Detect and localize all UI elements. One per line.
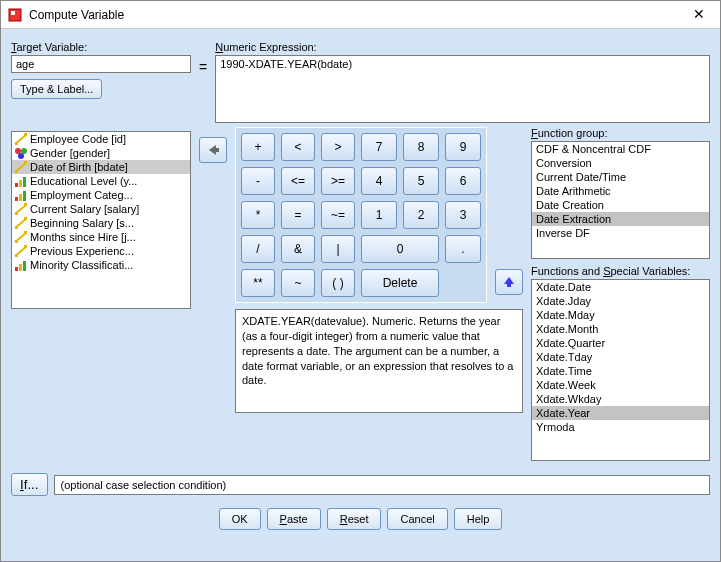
keypad-key-4[interactable]: 4 <box>361 167 397 195</box>
variable-type-icon <box>14 203 28 215</box>
variable-item[interactable]: Educational Level (y... <box>12 174 190 188</box>
function-description: XDATE.YEAR(datevalue). Numeric. Returns … <box>235 309 523 413</box>
function-item[interactable]: Xdate.Month <box>532 322 709 336</box>
svg-rect-16 <box>23 191 26 201</box>
keypad-key-9[interactable]: 9 <box>445 133 481 161</box>
function-group-item[interactable]: Conversion <box>532 156 709 170</box>
function-group-item[interactable]: Inverse DF <box>532 226 709 240</box>
variable-list[interactable]: Employee Code [id]Gender [gender]Date of… <box>11 131 191 309</box>
variable-type-icon <box>14 259 28 271</box>
keypad-key-delete[interactable]: Delete <box>361 269 439 297</box>
functions-list[interactable]: Xdate.DateXdate.JdayXdate.MdayXdate.Mont… <box>531 279 710 461</box>
keypad-key-[interactable]: = <box>281 201 315 229</box>
keypad-key-3[interactable]: 3 <box>445 201 481 229</box>
variable-type-icon <box>14 231 28 243</box>
variable-label: Educational Level (y... <box>30 175 137 187</box>
function-group-item[interactable]: Date Creation <box>532 198 709 212</box>
variable-label: Employment Categ... <box>30 189 133 201</box>
arrow-left-icon <box>206 144 220 156</box>
help-button[interactable]: Help <box>454 508 503 530</box>
function-item[interactable]: Xdate.Year <box>532 406 709 420</box>
keypad-key-2[interactable]: 2 <box>403 201 439 229</box>
svg-rect-3 <box>15 142 18 145</box>
variable-type-icon <box>14 161 28 173</box>
keypad-key-5[interactable]: 5 <box>403 167 439 195</box>
svg-rect-4 <box>24 133 27 136</box>
keypad-key-[interactable]: < <box>281 133 315 161</box>
svg-rect-30 <box>19 264 22 271</box>
svg-rect-18 <box>15 212 18 215</box>
variable-item[interactable]: Minority Classificati... <box>12 258 190 272</box>
variable-type-icon <box>14 217 28 229</box>
paste-button[interactable]: Paste <box>267 508 321 530</box>
variable-item[interactable]: Beginning Salary [s... <box>12 216 190 230</box>
variable-label: Gender [gender] <box>30 147 110 159</box>
function-group-label: Function group: <box>531 127 710 139</box>
type-and-label-button[interactable]: Type & Label... <box>11 79 102 99</box>
numeric-expression-label: Numeric Expression: <box>215 41 710 53</box>
keypad-key-7[interactable]: 7 <box>361 133 397 161</box>
variable-item[interactable]: Employment Categ... <box>12 188 190 202</box>
function-item[interactable]: Xdate.Jday <box>532 294 709 308</box>
svg-rect-24 <box>15 240 18 243</box>
variable-item[interactable]: Current Salary [salary] <box>12 202 190 216</box>
variable-item[interactable]: Months since Hire [j... <box>12 230 190 244</box>
variable-type-icon <box>14 133 28 145</box>
svg-rect-12 <box>19 180 22 187</box>
keypad-key-[interactable]: - <box>241 167 275 195</box>
variable-item[interactable]: Previous Experienc... <box>12 244 190 258</box>
function-item[interactable]: Xdate.Wkday <box>532 392 709 406</box>
function-item[interactable]: Yrmoda <box>532 420 709 434</box>
variable-item[interactable]: Date of Birth [bdate] <box>12 160 190 174</box>
svg-rect-28 <box>24 245 27 248</box>
svg-rect-33 <box>507 283 511 287</box>
keypad-key-[interactable]: / <box>241 235 275 263</box>
close-button[interactable]: ✕ <box>684 5 714 25</box>
variable-type-icon <box>14 189 28 201</box>
function-item[interactable]: Xdate.Quarter <box>532 336 709 350</box>
move-function-up-button[interactable] <box>495 269 523 295</box>
function-item[interactable]: Xdate.Mday <box>532 308 709 322</box>
ok-button[interactable]: OK <box>219 508 261 530</box>
keypad-key-[interactable]: & <box>281 235 315 263</box>
keypad-key-[interactable]: ~= <box>321 201 355 229</box>
variable-type-icon <box>14 245 28 257</box>
function-item[interactable]: Xdate.Tday <box>532 350 709 364</box>
keypad-key-[interactable]: >= <box>321 167 355 195</box>
function-group-item[interactable]: CDF & Noncentral CDF <box>532 142 709 156</box>
keypad-key-[interactable]: ** <box>241 269 275 297</box>
keypad-key-[interactable]: ~ <box>281 269 315 297</box>
function-group-item[interactable]: Date Extraction <box>532 212 709 226</box>
variable-item[interactable]: Gender [gender] <box>12 146 190 160</box>
if-button[interactable]: If... <box>11 473 48 496</box>
numeric-expression-input[interactable] <box>215 55 710 123</box>
keypad-key-0[interactable]: 0 <box>361 235 439 263</box>
cancel-button[interactable]: Cancel <box>387 508 447 530</box>
move-to-expression-button[interactable] <box>199 137 227 163</box>
keypad-key-[interactable]: <= <box>281 167 315 195</box>
function-group-item[interactable]: Current Date/Time <box>532 170 709 184</box>
keypad-key-6[interactable]: 6 <box>445 167 481 195</box>
variable-label: Current Salary [salary] <box>30 203 139 215</box>
function-item[interactable]: Xdate.Time <box>532 364 709 378</box>
keypad-key-[interactable]: ( ) <box>321 269 355 297</box>
target-variable-input[interactable] <box>11 55 191 73</box>
keypad-key-[interactable]: + <box>241 133 275 161</box>
function-group-list[interactable]: CDF & Noncentral CDFConversionCurrent Da… <box>531 141 710 259</box>
keypad-key-[interactable]: * <box>241 201 275 229</box>
keypad-key-8[interactable]: 8 <box>403 133 439 161</box>
variable-item[interactable]: Employee Code [id] <box>12 132 190 146</box>
svg-rect-1 <box>11 11 15 15</box>
if-condition-text: (optional case selection condition) <box>54 475 710 495</box>
variable-label: Date of Birth [bdate] <box>30 161 128 173</box>
keypad-key-[interactable]: | <box>321 235 355 263</box>
keypad-key-1[interactable]: 1 <box>361 201 397 229</box>
function-group-item[interactable]: Date Arithmetic <box>532 184 709 198</box>
keypad-key-[interactable]: > <box>321 133 355 161</box>
reset-button[interactable]: Reset <box>327 508 382 530</box>
function-item[interactable]: Xdate.Week <box>532 378 709 392</box>
variable-label: Beginning Salary [s... <box>30 217 134 229</box>
function-item[interactable]: Xdate.Date <box>532 280 709 294</box>
keypad-key-[interactable]: . <box>445 235 481 263</box>
variable-label: Minority Classificati... <box>30 259 133 271</box>
